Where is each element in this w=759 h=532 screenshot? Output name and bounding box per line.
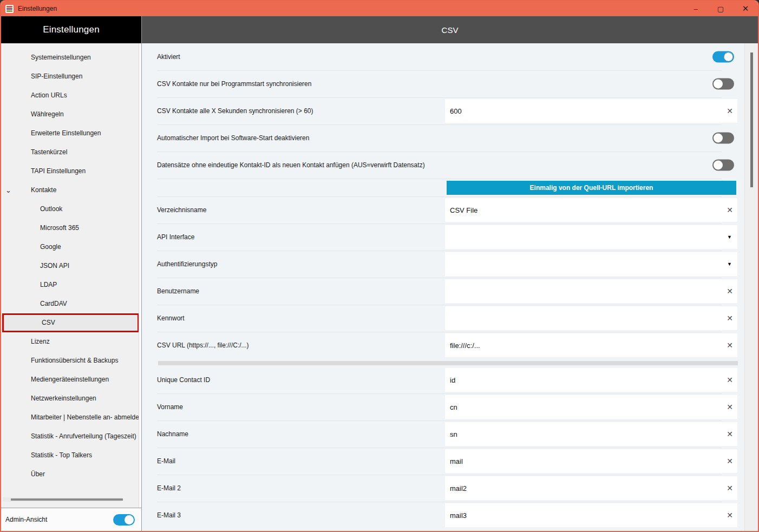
setting-label: E-Mail 2 [157,484,181,492]
clear-icon[interactable]: ✕ [727,430,733,438]
select-authentifizierungstyp[interactable]: ▼ [445,252,737,276]
setting-row: Vorname ✕ [142,393,744,421]
toggle-aktiviert[interactable] [712,51,734,63]
sidebar-item-systemeinstellungen[interactable]: Systemeinstellungen [1,48,141,67]
text-field: ✕ [445,449,737,473]
text-field: ✕ [445,333,737,357]
input-e-mail-3[interactable] [445,503,737,527]
sidebar-item-mediengeräteeinstellungen[interactable]: Mediengeräteeinstellungen [1,370,141,389]
clear-icon[interactable]: ✕ [727,206,733,214]
input-csv-url-https-file-c[interactable] [445,333,737,357]
sidebar-item-carddav[interactable]: CardDAV [1,294,141,313]
sidebar-item-tapi-einstellungen[interactable]: TAPI Einstellungen [1,162,141,181]
setting-label: Vorname [157,403,183,411]
sidebar-item-label: Outlook [40,205,62,213]
sidebar-item-google[interactable]: Google [1,238,141,257]
setting-row: Nachname ✕ [142,421,744,448]
setting-label: Automatischer Import bei Software-Start … [157,134,309,142]
clear-icon[interactable]: ✕ [727,287,733,295]
sidebar-item-json-api[interactable]: JSON API [1,257,141,275]
sidebar-item-label: Kontakte [31,186,56,194]
input-nachname[interactable] [445,422,737,446]
toggle-knob [724,52,733,62]
sidebar-item-action-urls[interactable]: Action URLs [1,86,141,105]
setting-label: API Interface [157,233,194,241]
input-kennwort[interactable] [445,306,737,330]
import-from-source-url-button[interactable]: Einmalig von der Quell-URL importieren [447,181,736,195]
clear-icon[interactable]: ✕ [727,376,733,384]
sidebar-vertical-scrollbar[interactable] [139,43,141,508]
select-value[interactable] [445,225,737,249]
setting-row: CSV URL (https://..., file:///C:/...) ✕ [142,332,744,359]
sidebar-item-csv[interactable]: CSV [2,313,139,332]
text-field: ✕ [445,99,737,123]
toggle-datensätze-ohne-eindeutige-kontakt-id-als-neuen-kontakt-anfügen-aus-verwirft-datensatz[interactable] [712,160,734,171]
close-button[interactable]: ✕ [733,1,758,16]
sidebar-item-label: Wählregeln [31,110,64,118]
sidebar-nav: Systemeinstellungen SIP-Einstellungen Ac… [1,43,141,508]
clear-icon[interactable]: ✕ [727,341,733,349]
sidebar-item-lizenz[interactable]: Lizenz [1,332,141,351]
app-body: Einstellungen Systemeinstellungen SIP-Ei… [1,16,758,531]
content-horizontal-scrollbar[interactable] [158,361,738,365]
setting-row: Unique Contact ID ✕ [142,366,744,393]
sidebar-item-mitarbeiter-nebenstelle-an-abmelden[interactable]: Mitarbeiter | Nebenstelle an- abmelden [1,408,141,427]
input-unique-contact-id[interactable] [445,368,737,392]
clear-icon[interactable]: ✕ [727,511,733,519]
setting-row: Aktiviert [142,43,744,70]
setting-row: E-Mail 3 ✕ [142,502,744,529]
main-vertical-scrollbar[interactable] [744,43,758,531]
sidebar-item-kontakte[interactable]: ⌄ Kontakte [1,181,141,200]
minimize-button[interactable]: – [683,1,708,16]
sidebar-item-microsoft-365[interactable]: Microsoft 365 [1,219,141,238]
input-benutzername[interactable] [445,279,737,303]
select-value[interactable] [445,252,737,276]
admin-view-toggle[interactable] [113,514,135,526]
clear-icon[interactable]: ✕ [727,107,733,115]
clear-icon[interactable]: ✕ [727,314,733,322]
sidebar-item-label: Google [40,243,61,251]
input-verzeichnisname[interactable] [445,198,737,222]
toggle-csv-kontakte-nur-bei-programmstart-synchronisieren[interactable] [712,78,734,90]
maximize-button[interactable]: ▢ [708,1,733,16]
setting-label: Verzeichnisname [157,206,206,214]
sidebar-item-netzwerkeinstellungen[interactable]: Netzwerkeinstellungen [1,389,141,408]
input-e-mail-2[interactable] [445,476,737,500]
sidebar-item-statistik-anrufverteilung-tageszeit[interactable]: Statistik - Anrufverteilung (Tageszeit) [1,427,141,446]
window-title: Einstellungen [18,5,57,12]
input-e-mail[interactable] [445,449,737,473]
input-csv-kontakte-alle-x-sekunden-synchronisieren-60[interactable] [445,99,737,123]
text-field: ✕ [445,306,737,330]
setting-label: E-Mail 3 [157,511,181,519]
sidebar-item-label: Mediengeräteeinstellungen [31,376,109,383]
input-vorname[interactable] [445,395,737,419]
text-field: ✕ [445,395,737,419]
sidebar-item-tastenkürzel[interactable]: Tastenkürzel [1,143,141,162]
content-horizontal-scrollbar-row [142,359,744,366]
sidebar-item-outlook[interactable]: Outlook [1,200,141,219]
select-api-interface[interactable]: ▼ [445,225,737,249]
sidebar-item-ldap[interactable]: LDAP [1,275,141,294]
sidebar-item-sip-einstellungen[interactable]: SIP-Einstellungen [1,67,141,86]
setting-row: Kennwort ✕ [142,305,744,332]
admin-view-row: Admin-Ansicht [1,508,141,531]
main-scrollbar-thumb[interactable] [750,52,753,187]
title-bar: Einstellungen – ▢ ✕ [1,1,758,16]
sidebar-item-label: Erweiterte Einstellungen [31,129,101,137]
sidebar-item-erweiterte-einstellungen[interactable]: Erweiterte Einstellungen [1,124,141,143]
sidebar-item-statistik-top-talkers[interactable]: Statistik - Top Talkers [1,446,141,465]
sidebar-item-über[interactable]: Über [1,465,141,484]
sidebar-horizontal-scrollbar[interactable] [3,497,122,502]
toggle-automatischer-import-bei-software-start-deaktivieren[interactable] [712,133,734,144]
sidebar-item-label: Mitarbeiter | Nebenstelle an- abmelden [31,413,141,421]
sidebar-item-label: Lizenz [31,338,50,345]
clear-icon[interactable]: ✕ [727,403,733,411]
sidebar-scrollbar-thumb[interactable] [11,498,123,501]
sidebar-item-funktionsübersicht-backups[interactable]: Funktionsübersicht & Backups [1,351,141,370]
setting-label: E-Mail [157,457,175,465]
sidebar: Einstellungen Systemeinstellungen SIP-Ei… [1,16,142,531]
toggle-knob [714,134,723,143]
clear-icon[interactable]: ✕ [727,457,733,465]
clear-icon[interactable]: ✕ [727,484,733,492]
sidebar-item-wählregeln[interactable]: Wählregeln [1,105,141,124]
